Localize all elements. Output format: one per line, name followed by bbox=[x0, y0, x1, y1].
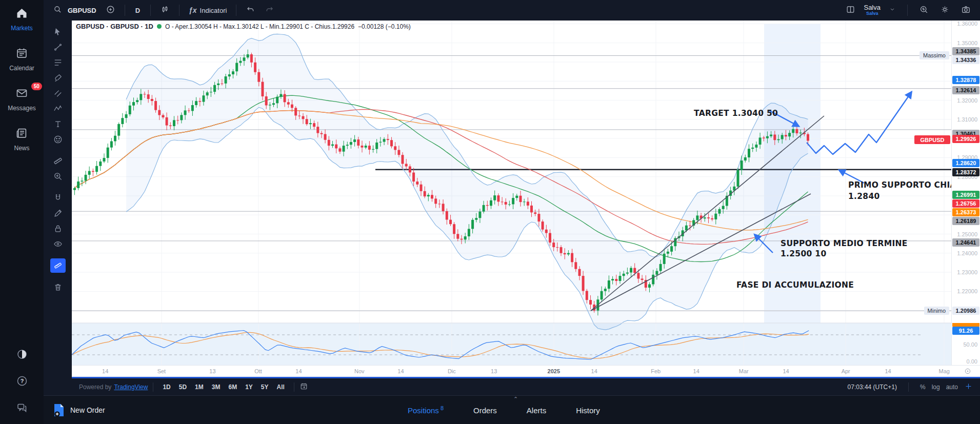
price-badge-gray: 1.24641 bbox=[952, 238, 979, 247]
oscillator-value-badge: 91.26 bbox=[952, 327, 979, 335]
draw-tool-trendline-icon[interactable] bbox=[50, 40, 66, 54]
sidebar-item-label: News bbox=[14, 145, 29, 152]
plus-circle-icon bbox=[106, 5, 115, 16]
draw-tool-brush-icon[interactable] bbox=[50, 71, 66, 85]
time-tick: Feb bbox=[651, 368, 661, 374]
save-menu-button[interactable] bbox=[886, 4, 899, 17]
draw-tool-eye-icon[interactable] bbox=[50, 237, 66, 251]
legend-symbol[interactable]: GBPUSD · GBPUSD · 1D bbox=[76, 23, 153, 30]
unread-badge: 50 bbox=[31, 83, 42, 90]
go-to-date-button[interactable] bbox=[299, 382, 308, 392]
time-tick: Set bbox=[157, 368, 166, 374]
time-scale[interactable]: 14Set13Ott14Nov14Dic13202514Feb14Mar14Ap… bbox=[72, 365, 980, 378]
percent-scale-button[interactable]: % bbox=[920, 383, 926, 391]
time-tick: 14 bbox=[591, 368, 597, 374]
range-button-5y[interactable]: 5Y bbox=[257, 381, 273, 393]
draw-tool-emoji-icon[interactable] bbox=[50, 132, 66, 147]
time-tick: 14 bbox=[885, 368, 891, 374]
draw-tool-channel-icon[interactable] bbox=[50, 86, 66, 100]
clock-label[interactable]: 07:03:44 (UTC+1) bbox=[848, 383, 897, 391]
interval-button[interactable]: D bbox=[131, 5, 144, 16]
draw-tool-pattern-icon[interactable] bbox=[50, 102, 66, 116]
range-button-5d[interactable]: 5D bbox=[175, 381, 191, 393]
time-scale-settings-icon[interactable] bbox=[964, 367, 972, 376]
chat-icon[interactable] bbox=[16, 401, 28, 416]
svg-text:?: ? bbox=[20, 378, 24, 384]
draw-tool-zoom-icon[interactable] bbox=[50, 169, 66, 184]
draw-tool-ruler-icon[interactable] bbox=[50, 154, 66, 168]
scale-target-icon[interactable] bbox=[964, 382, 973, 392]
quick-search-button[interactable] bbox=[916, 3, 932, 18]
tab-positions[interactable]: Positions8 bbox=[408, 405, 444, 415]
sidebar-item-messages[interactable]: 50Messages bbox=[8, 86, 36, 112]
sidebar-item-calendar[interactable]: Calendar bbox=[9, 46, 34, 72]
range-button-6m[interactable]: 6M bbox=[224, 381, 241, 393]
settings-button[interactable] bbox=[937, 3, 953, 18]
draw-tool-trash-icon[interactable] bbox=[50, 280, 66, 294]
redo-button[interactable] bbox=[262, 3, 277, 18]
news-icon bbox=[15, 126, 29, 142]
price-badge-orange: 1.26373 bbox=[952, 208, 979, 216]
sidebar-item-label: Messages bbox=[8, 105, 36, 112]
indicators-button[interactable]: ƒx Indicatori bbox=[186, 4, 230, 16]
range-button-1m[interactable]: 1M bbox=[191, 381, 208, 393]
sidebar-item-label: Calendar bbox=[9, 65, 34, 72]
log-scale-button[interactable]: log bbox=[932, 383, 940, 391]
panel-tabs: Positions8OrdersAlertsHistory bbox=[408, 405, 600, 415]
chart-style-button[interactable] bbox=[157, 3, 173, 18]
toolbar-divider bbox=[179, 5, 179, 16]
auto-scale-button[interactable]: auto bbox=[946, 383, 958, 391]
price-badge-gray: 1.26189 bbox=[952, 217, 979, 225]
price-badge-light: 1.20986 bbox=[952, 307, 979, 315]
price-tick: 1.31000 bbox=[957, 116, 977, 123]
time-tick: 13 bbox=[209, 368, 215, 374]
redo-icon bbox=[265, 5, 274, 16]
draw-tool-magnet-icon[interactable] bbox=[50, 191, 66, 205]
tradingview-link[interactable]: TradingView bbox=[114, 383, 148, 391]
tab-orders[interactable]: Orders bbox=[473, 406, 497, 415]
trading-app: MarketsCalendar50MessagesNews? GBPUSD D … bbox=[0, 0, 980, 424]
oscillator-tick: 50.00 bbox=[963, 341, 977, 348]
tab-alerts[interactable]: Alerts bbox=[527, 406, 546, 415]
undo-button[interactable] bbox=[243, 3, 258, 18]
time-tick: Ott bbox=[254, 368, 262, 374]
tab-history[interactable]: History bbox=[576, 406, 600, 415]
range-button-3m[interactable]: 3M bbox=[208, 381, 225, 393]
panel-expand-chevron-icon[interactable]: ⌃ bbox=[513, 396, 518, 402]
toolbar-divider bbox=[150, 5, 151, 16]
price-tick: 1.24000 bbox=[957, 250, 977, 256]
range-button-1d[interactable]: 1D bbox=[158, 381, 174, 393]
layout-button[interactable] bbox=[843, 3, 858, 18]
range-button-1y[interactable]: 1Y bbox=[241, 381, 257, 393]
draw-tool-lock-icon[interactable] bbox=[50, 221, 66, 236]
snapshot-button[interactable] bbox=[958, 3, 974, 18]
time-tick: 14 bbox=[783, 368, 789, 374]
indicators-label: Indicatori bbox=[200, 7, 227, 14]
chart-plot-area[interactable]: TARGET 1.3040 50PRIMO SUPPORTO CHIAVE1.2… bbox=[72, 21, 951, 365]
svg-text:1.2840: 1.2840 bbox=[848, 192, 880, 201]
price-scale[interactable]: 1.360001.350001.340001.320001.310001.290… bbox=[951, 21, 980, 365]
draw-tool-text-icon[interactable] bbox=[50, 117, 66, 131]
symbol-search-button[interactable]: GBPUSD bbox=[50, 3, 99, 18]
draw-tool-pencil-icon[interactable] bbox=[50, 206, 66, 220]
draw-tool-measure-icon[interactable] bbox=[50, 258, 66, 273]
time-tick: 14 bbox=[102, 368, 108, 374]
sidebar-item-markets[interactable]: Markets bbox=[11, 6, 33, 32]
draw-tool-fib-icon[interactable] bbox=[50, 55, 66, 70]
minimo-chip: Minimo bbox=[924, 307, 949, 315]
new-order-button[interactable]: New Order bbox=[44, 403, 105, 417]
time-tick: Mag bbox=[939, 368, 950, 374]
save-button[interactable]: Salva Salva bbox=[864, 4, 881, 16]
sidebar-item-news[interactable]: News bbox=[14, 126, 29, 152]
compare-add-button[interactable] bbox=[103, 3, 118, 18]
price-badge-blue: 1.28620 bbox=[952, 159, 979, 167]
price-tick: 1.25000 bbox=[957, 231, 977, 237]
price-tick: 1.36000 bbox=[957, 21, 977, 27]
draw-tool-cursor-icon[interactable] bbox=[50, 25, 66, 39]
contrast-icon[interactable] bbox=[16, 348, 28, 362]
range-button-all[interactable]: All bbox=[273, 381, 289, 393]
oscillator-tick: 0.00 bbox=[967, 358, 977, 365]
chart-legend: GBPUSD · GBPUSD · 1D O - Aper.1.30054 H … bbox=[76, 23, 411, 30]
layout-icon bbox=[846, 5, 855, 16]
help-icon[interactable]: ? bbox=[16, 375, 28, 389]
